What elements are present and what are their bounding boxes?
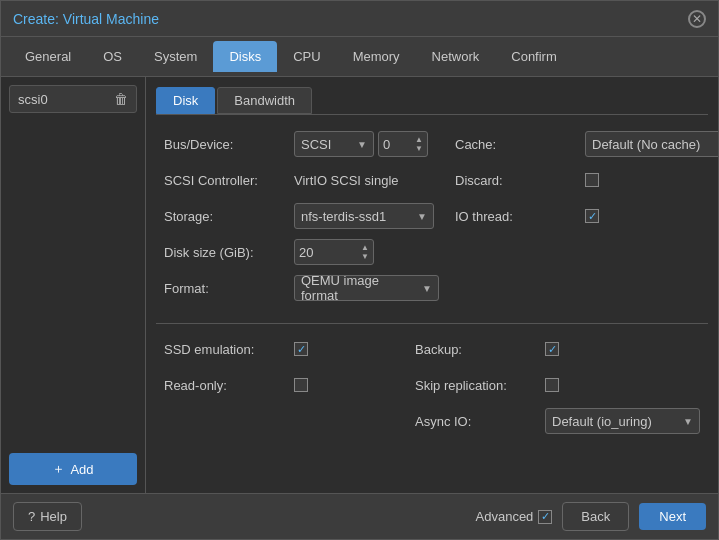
tab-confirm[interactable]: Confirm bbox=[495, 41, 573, 72]
tab-memory[interactable]: Memory bbox=[337, 41, 416, 72]
format-chevron-icon: ▼ bbox=[422, 283, 432, 294]
cache-select[interactable]: Default (No cache) ▼ bbox=[585, 131, 718, 157]
bottom-right-controls: Advanced ✓ Back Next bbox=[476, 502, 706, 531]
help-button[interactable]: ? Help bbox=[13, 502, 82, 531]
form-left-bottom: SSD emulation: ✓ Read-only: bbox=[156, 332, 407, 448]
cache-label: Cache: bbox=[455, 137, 585, 152]
bus-device-row: Bus/Device: SCSI ▼ 0 ▲▼ bbox=[164, 131, 439, 157]
io-thread-label: IO thread: bbox=[455, 209, 585, 224]
add-disk-button[interactable]: ＋ Add bbox=[9, 453, 137, 485]
sidebar-add-section: ＋ Add bbox=[9, 453, 137, 485]
scsi-controller-value: VirtIO SCSI single bbox=[294, 173, 399, 188]
format-row: Format: QEMU image format ▼ bbox=[164, 275, 439, 301]
read-only-checkbox[interactable] bbox=[294, 378, 308, 392]
device-value: 0 bbox=[383, 137, 390, 152]
form-divider bbox=[156, 323, 708, 324]
advanced-section: Advanced ✓ bbox=[476, 509, 553, 524]
panel-tab-bandwidth[interactable]: Bandwidth bbox=[217, 87, 312, 114]
bus-device-label: Bus/Device: bbox=[164, 137, 294, 152]
bus-chevron-icon: ▼ bbox=[357, 139, 367, 150]
disk-size-label: Disk size (GiB): bbox=[164, 245, 294, 260]
close-button[interactable]: ✕ bbox=[688, 10, 706, 28]
delete-disk-icon[interactable]: 🗑 bbox=[114, 91, 128, 107]
content-area: scsi0 🗑 ＋ Add Disk Bandwidth bbox=[1, 77, 718, 493]
async-io-label: Async IO: bbox=[415, 414, 545, 429]
scsi-controller-label: SCSI Controller: bbox=[164, 173, 294, 188]
skip-replication-row: Skip replication: bbox=[415, 372, 700, 398]
disk-size-arrows: ▲▼ bbox=[361, 243, 369, 261]
storage-chevron-icon: ▼ bbox=[417, 211, 427, 222]
form-right: Cache: Default (No cache) ▼ Discard: IO … bbox=[447, 127, 718, 315]
storage-value: nfs-terdis-ssd1 bbox=[301, 209, 386, 224]
titlebar: Create: Virtual Machine ✕ bbox=[1, 1, 718, 37]
add-label: Add bbox=[70, 462, 93, 477]
disk-size-value: 20 bbox=[299, 245, 313, 260]
discard-label: Discard: bbox=[455, 173, 585, 188]
ssd-emulation-checkbox[interactable]: ✓ bbox=[294, 342, 308, 356]
backup-label: Backup: bbox=[415, 342, 545, 357]
tab-disks[interactable]: Disks bbox=[213, 41, 277, 72]
disk-item-label: scsi0 bbox=[18, 92, 48, 107]
disk-list-item[interactable]: scsi0 🗑 bbox=[9, 85, 137, 113]
panel-tab-bar: Disk Bandwidth bbox=[156, 87, 708, 115]
async-io-value: Default (io_uring) bbox=[552, 414, 652, 429]
panel-tab-disk[interactable]: Disk bbox=[156, 87, 215, 114]
tab-bar: General OS System Disks CPU Memory Netwo… bbox=[1, 37, 718, 77]
question-mark-icon: ? bbox=[28, 509, 35, 524]
advanced-checkbox[interactable]: ✓ bbox=[538, 510, 552, 524]
device-number-input[interactable]: 0 ▲▼ bbox=[378, 131, 428, 157]
disk-config-panel: Disk Bandwidth Bus/Device: SCSI ▼ bbox=[146, 77, 718, 493]
discard-row: Discard: bbox=[455, 167, 718, 193]
skip-replication-label: Skip replication: bbox=[415, 378, 545, 393]
format-label: Format: bbox=[164, 281, 294, 296]
format-value: QEMU image format bbox=[301, 273, 418, 303]
skip-replication-checkbox[interactable] bbox=[545, 378, 559, 392]
tab-system[interactable]: System bbox=[138, 41, 213, 72]
tab-general[interactable]: General bbox=[9, 41, 87, 72]
storage-label: Storage: bbox=[164, 209, 294, 224]
back-button[interactable]: Back bbox=[562, 502, 629, 531]
bottom-bar: ? Help Advanced ✓ Back Next bbox=[1, 493, 718, 539]
disk-size-input[interactable]: 20 ▲▼ bbox=[294, 239, 374, 265]
bus-value: SCSI bbox=[301, 137, 331, 152]
form-left: Bus/Device: SCSI ▼ 0 ▲▼ bbox=[156, 127, 447, 315]
discard-checkbox[interactable] bbox=[585, 173, 599, 187]
storage-row: Storage: nfs-terdis-ssd1 ▼ bbox=[164, 203, 439, 229]
disk-form-grid: Bus/Device: SCSI ▼ 0 ▲▼ bbox=[156, 127, 708, 315]
help-label: Help bbox=[40, 509, 67, 524]
async-io-row: Async IO: Default (io_uring) ▼ bbox=[415, 408, 700, 434]
disk-size-row: Disk size (GiB): 20 ▲▼ bbox=[164, 239, 439, 265]
read-only-row: Read-only: bbox=[164, 372, 399, 398]
add-icon: ＋ bbox=[52, 460, 65, 478]
format-select[interactable]: QEMU image format ▼ bbox=[294, 275, 439, 301]
storage-select[interactable]: nfs-terdis-ssd1 ▼ bbox=[294, 203, 434, 229]
ssd-emulation-label: SSD emulation: bbox=[164, 342, 294, 357]
backup-row: Backup: ✓ bbox=[415, 336, 700, 362]
async-io-select[interactable]: Default (io_uring) ▼ bbox=[545, 408, 700, 434]
disk-sidebar: scsi0 🗑 ＋ Add bbox=[1, 77, 146, 493]
main-window: Create: Virtual Machine ✕ General OS Sys… bbox=[0, 0, 719, 540]
bus-device-controls: SCSI ▼ 0 ▲▼ bbox=[294, 131, 428, 157]
ssd-emulation-row: SSD emulation: ✓ bbox=[164, 336, 399, 362]
advanced-text: Advanced bbox=[476, 509, 534, 524]
io-thread-checkbox[interactable]: ✓ bbox=[585, 209, 599, 223]
cache-value: Default (No cache) bbox=[592, 137, 700, 152]
tab-os[interactable]: OS bbox=[87, 41, 138, 72]
read-only-label: Read-only: bbox=[164, 378, 294, 393]
disk-form-grid-2: SSD emulation: ✓ Read-only: Backup: ✓ bbox=[156, 332, 708, 448]
bus-select[interactable]: SCSI ▼ bbox=[294, 131, 374, 157]
next-button[interactable]: Next bbox=[639, 503, 706, 530]
form-right-bottom: Backup: ✓ Skip replication: Async IO: De… bbox=[407, 332, 708, 448]
backup-checkbox[interactable]: ✓ bbox=[545, 342, 559, 356]
cache-row: Cache: Default (No cache) ▼ bbox=[455, 131, 718, 157]
io-thread-row: IO thread: ✓ bbox=[455, 203, 718, 229]
scsi-controller-row: SCSI Controller: VirtIO SCSI single bbox=[164, 167, 439, 193]
tab-cpu[interactable]: CPU bbox=[277, 41, 336, 72]
tab-network[interactable]: Network bbox=[416, 41, 496, 72]
device-arrows: ▲▼ bbox=[415, 135, 423, 153]
async-io-chevron-icon: ▼ bbox=[683, 416, 693, 427]
window-title: Create: Virtual Machine bbox=[13, 11, 159, 27]
